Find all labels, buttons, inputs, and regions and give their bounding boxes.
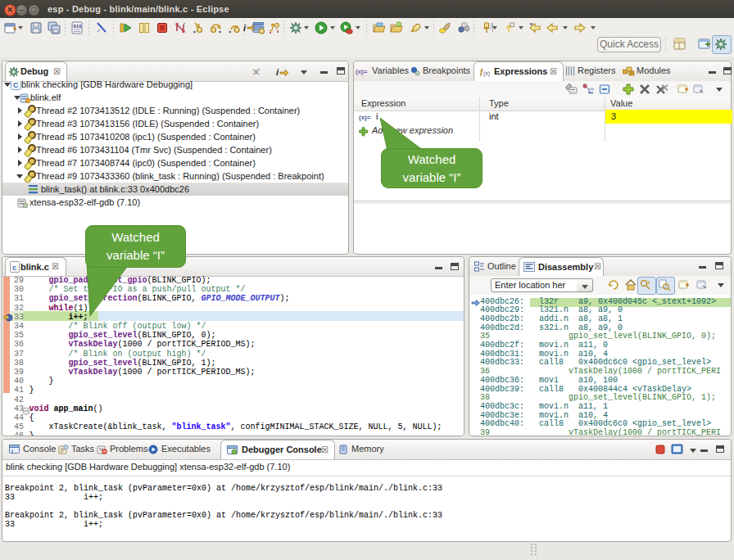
svg-text:*: *	[258, 66, 261, 74]
svg-text:C: C	[13, 81, 19, 89]
svg-text:c: c	[12, 264, 16, 272]
svg-text:010: 010	[74, 24, 83, 29]
svg-text:(x): (x)	[483, 70, 490, 77]
svg-text:(x)=: (x)=	[356, 68, 368, 75]
svg-text:(x)=: (x)=	[359, 114, 371, 121]
svg-text:i: i	[243, 23, 247, 33]
svg-text:i: i	[276, 67, 279, 77]
